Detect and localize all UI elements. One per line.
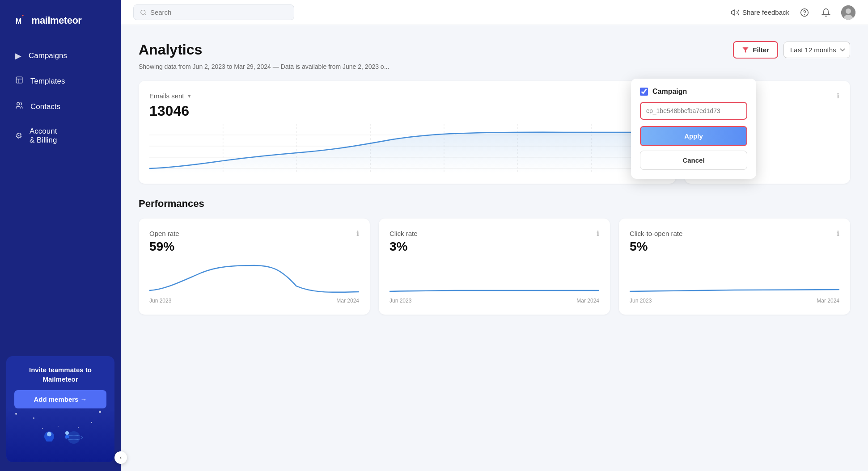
svg-point-9 — [68, 431, 80, 444]
clicks-info-icon[interactable]: ℹ — [837, 92, 839, 100]
svg-text:M: M — [16, 17, 21, 25]
templates-icon — [15, 76, 23, 86]
contacts-label: Contacts — [30, 102, 60, 111]
logo-text: mailmeteor — [31, 15, 81, 26]
svg-point-5 — [17, 102, 20, 105]
click-rate-dates: Jun 2023 Mar 2024 — [390, 298, 599, 304]
open-rate-card: Open rate ℹ 59% Jun 2023 Mar 2024 — [139, 219, 370, 315]
campaign-filter-label: Campaign — [652, 88, 687, 96]
date-range-select[interactable]: Last 12 months Last 30 days Last 7 days … — [783, 42, 850, 58]
header-actions: Filter Last 12 months Last 30 days Last … — [733, 41, 850, 59]
performances-title: Performances — [139, 198, 850, 210]
emails-sent-label: Emails sent — [149, 92, 184, 100]
svg-point-19 — [804, 14, 805, 14]
click-rate-header: Click rate ℹ — [390, 229, 599, 238]
filter-cancel-button[interactable]: Cancel — [640, 151, 747, 170]
logo-area: M mailmeteor — [0, 0, 121, 43]
svg-marker-23 — [743, 47, 749, 53]
svg-line-17 — [144, 13, 146, 15]
topbar-right: Share feedback — [731, 5, 855, 20]
page-title: Analytics — [139, 42, 202, 58]
open-rate-chart — [149, 259, 359, 295]
help-button[interactable] — [798, 6, 811, 19]
sidebar-item-contacts[interactable]: Contacts — [4, 94, 116, 119]
campaign-id-input[interactable] — [640, 102, 747, 120]
open-rate-header: Open rate ℹ — [149, 229, 359, 238]
open-rate-date-to: Mar 2024 — [336, 298, 359, 304]
svg-point-7 — [47, 432, 51, 437]
sidebar-nav: ▶ Campaigns Templates — [0, 43, 121, 153]
account-billing-label: Account& Billing — [30, 127, 57, 145]
campaign-checkbox[interactable] — [640, 88, 648, 96]
megaphone-icon — [731, 8, 739, 17]
main-area: Share feedback — [121, 0, 868, 471]
sidebar-item-templates[interactable]: Templates — [4, 69, 116, 93]
sidebar-collapse-button[interactable]: ‹ — [114, 451, 127, 464]
click-rate-card: Click rate ℹ 3% Jun 2023 Mar 2024 — [379, 219, 610, 315]
share-feedback-label: Share feedback — [742, 8, 789, 16]
svg-point-21 — [846, 8, 851, 14]
share-feedback-button[interactable]: Share feedback — [731, 8, 789, 17]
open-rate-date-from: Jun 2023 — [149, 298, 171, 304]
svg-rect-2 — [16, 77, 22, 83]
campaigns-label: Campaigns — [29, 51, 67, 60]
invite-text: Invite teammates to Mailmeteor — [14, 365, 106, 384]
performances-section: Performances Open rate ℹ 59% Jun — [139, 198, 850, 315]
account-billing-icon: ⚙ — [15, 131, 22, 141]
sidebar: M mailmeteor ▶ Campaigns Templates — [0, 0, 121, 471]
open-rate-label: Open rate — [149, 230, 179, 237]
cto-rate-label: Click-to-open rate — [630, 230, 682, 237]
data-info-text: Showing data from Jun 2, 2023 to Mar 29,… — [139, 63, 850, 70]
cto-rate-date-to: Mar 2024 — [817, 298, 839, 304]
svg-point-15 — [78, 427, 79, 428]
cto-rate-value: 5% — [630, 240, 839, 254]
page-header: Analytics Filter Last 12 months Last 30 … — [139, 41, 850, 59]
open-rate-dates: Jun 2023 Mar 2024 — [149, 298, 359, 304]
invite-section: Invite teammates to Mailmeteor Add membe… — [6, 356, 114, 462]
filter-popup-header: Campaign — [640, 88, 747, 96]
click-rate-info-icon[interactable]: ℹ — [597, 229, 599, 238]
svg-point-13 — [42, 428, 43, 429]
invite-illustration — [6, 408, 114, 462]
svg-point-11 — [65, 431, 69, 435]
filter-icon — [742, 46, 749, 54]
emails-chart — [149, 124, 665, 173]
click-rate-label: Click rate — [390, 230, 418, 237]
search-box[interactable] — [133, 4, 294, 20]
emails-dropdown-icon[interactable]: ▾ — [188, 93, 191, 99]
topbar: Share feedback — [121, 0, 868, 25]
filter-popup: Campaign Apply Cancel — [631, 79, 756, 179]
emails-sent-value: 13046 — [149, 103, 665, 119]
open-rate-info-icon[interactable]: ℹ — [356, 229, 359, 238]
filter-apply-button[interactable]: Apply — [640, 126, 747, 146]
search-icon — [140, 9, 147, 16]
user-avatar[interactable] — [841, 5, 855, 20]
cto-rate-date-from: Jun 2023 — [630, 298, 652, 304]
filter-button[interactable]: Filter — [733, 41, 778, 59]
cto-rate-card: Click-to-open rate ℹ 5% Jun 2023 Mar 202… — [619, 219, 850, 315]
search-input[interactable] — [150, 8, 288, 16]
click-rate-date-from: Jun 2023 — [390, 298, 411, 304]
collapse-icon: ‹ — [120, 454, 122, 461]
cto-rate-header: Click-to-open rate ℹ — [630, 229, 839, 238]
filter-label: Filter — [753, 46, 769, 54]
click-rate-value: 3% — [390, 240, 599, 254]
sidebar-item-account-billing[interactable]: ⚙ Account& Billing — [4, 120, 116, 152]
svg-rect-12 — [65, 435, 69, 438]
cto-rate-chart — [630, 259, 839, 295]
add-members-button[interactable]: Add members → — [14, 390, 106, 408]
cto-rate-dates: Jun 2023 Mar 2024 — [630, 298, 839, 304]
performances-grid: Open rate ℹ 59% Jun 2023 Mar 2024 — [139, 219, 850, 315]
open-rate-value: 59% — [149, 240, 359, 254]
cto-rate-info-icon[interactable]: ℹ — [837, 229, 839, 238]
content-area: Analytics Filter Last 12 months Last 30 … — [121, 25, 868, 471]
emails-sent-header: Emails sent ▾ ℹ — [149, 92, 665, 100]
contacts-icon — [15, 101, 23, 112]
svg-point-14 — [58, 426, 59, 427]
svg-rect-8 — [46, 437, 53, 442]
emails-sent-card: Emails sent ▾ ℹ 13046 — [139, 81, 676, 184]
notifications-button[interactable] — [820, 6, 832, 19]
click-rate-date-to: Mar 2024 — [576, 298, 599, 304]
templates-label: Templates — [30, 77, 65, 86]
sidebar-item-campaigns[interactable]: ▶ Campaigns — [4, 44, 116, 68]
